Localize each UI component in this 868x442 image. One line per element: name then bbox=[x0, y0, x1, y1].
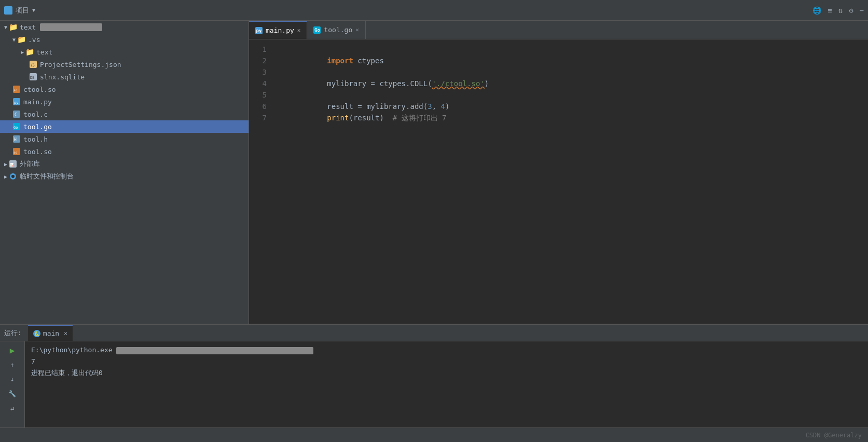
sidebar-item-root-text[interactable]: ▼ 📁 text bbox=[0, 21, 249, 33]
close-paren3: ) bbox=[379, 114, 383, 122]
sidebar-item-label: text bbox=[20, 23, 36, 31]
op-assign: = bbox=[366, 79, 379, 88]
comment-text: # 这将打印出 7 bbox=[384, 114, 447, 122]
output-result: 7 bbox=[31, 357, 35, 365]
svg-text:H: H bbox=[14, 137, 17, 142]
go-tab-icon: Go bbox=[313, 26, 321, 34]
project-label: 项目 bbox=[16, 6, 29, 15]
close-paren: ) bbox=[485, 79, 489, 88]
svg-text:DB: DB bbox=[30, 76, 34, 80]
run-tab-label: main bbox=[43, 329, 59, 337]
sidebar-item-scratch[interactable]: ▶ 临时文件和控制台 bbox=[0, 170, 249, 183]
svg-text:{}: {} bbox=[31, 63, 35, 67]
sidebar-item-label: ProjectSettings.json bbox=[40, 61, 121, 68]
folder-icon: 📁 bbox=[9, 23, 17, 31]
run-tab-icon: 🐍 bbox=[33, 330, 40, 337]
op-assign2: = bbox=[353, 102, 366, 111]
scroll-up-button[interactable]: ↑ bbox=[7, 359, 18, 370]
sidebar-item-tool-c[interactable]: C tool.c bbox=[0, 108, 249, 120]
run-tab-main[interactable]: 🐍 main ✕ bbox=[28, 325, 73, 341]
sidebar-item-label: text bbox=[36, 48, 52, 56]
line-num-6: 6 bbox=[249, 101, 271, 112]
expand-arrow: ▶ bbox=[21, 49, 24, 55]
sidebar-item-project-settings[interactable]: {} ProjectSettings.json bbox=[0, 58, 249, 71]
line-numbers: 1 2 3 4 5 6 7 bbox=[249, 39, 275, 324]
svg-text:so: so bbox=[13, 150, 18, 154]
keyword-import: import bbox=[327, 57, 353, 65]
down-arrow-icon: ↓ bbox=[10, 376, 14, 383]
sidebar-item-external-libs[interactable]: ▶ 📊 外部库 bbox=[0, 158, 249, 170]
expand-arrow: ▼ bbox=[12, 37, 16, 43]
sidebar: ▼ 📁 text ▼ 📁 .vs ▶ 📁 text bbox=[0, 21, 249, 324]
py-file-icon: py bbox=[12, 98, 21, 106]
bottom-content: ▶ ↑ ↓ 🔧 ⇄ E:\python\python.exe 7 bbox=[0, 341, 868, 427]
tab-label: main.py bbox=[266, 26, 294, 34]
expand-arrow: ▼ bbox=[4, 24, 7, 30]
filter-icon[interactable]: ≡ bbox=[828, 6, 832, 15]
run-controls: ▶ ↑ ↓ 🔧 ⇄ bbox=[0, 341, 25, 427]
wrench-button[interactable]: 🔧 bbox=[7, 388, 18, 399]
sidebar-item-label: slnx.sqlite bbox=[40, 73, 85, 81]
svg-text:📊: 📊 bbox=[10, 162, 15, 167]
tabs-bar: py main.py ✕ Go tool.go ✕ bbox=[249, 21, 868, 39]
project-icon bbox=[4, 6, 12, 15]
tab-close-button[interactable]: ✕ bbox=[355, 26, 359, 33]
sidebar-item-label: main.py bbox=[23, 98, 52, 106]
sidebar-item-tool-so[interactable]: so tool.so bbox=[0, 145, 249, 158]
run-label: 运行: bbox=[4, 328, 22, 338]
code-line-1: import ctypes bbox=[283, 44, 868, 55]
code-editor[interactable]: 1 2 3 4 5 6 7 import ctypes mylibrary = … bbox=[249, 39, 868, 324]
play-button[interactable]: ▶ bbox=[7, 344, 18, 356]
svg-text:so: so bbox=[13, 88, 18, 92]
sidebar-item-tool-go[interactable]: Go tool.go bbox=[0, 120, 249, 133]
tab-main-py[interactable]: py main.py ✕ bbox=[249, 21, 307, 39]
module-ctypes: ctypes bbox=[353, 57, 384, 65]
output-path-line: E:\python\python.exe bbox=[31, 344, 862, 356]
sidebar-item-label: tool.c bbox=[23, 111, 48, 118]
var-result: result bbox=[327, 102, 353, 111]
sidebar-item-slnx-sqlite[interactable]: DB slnx.sqlite bbox=[0, 71, 249, 83]
project-section: 项目 ▼ bbox=[4, 6, 129, 15]
sidebar-item-label: .vs bbox=[28, 36, 40, 44]
tab-tool-go[interactable]: Go tool.go ✕ bbox=[307, 21, 365, 39]
folder-icon: 📁 bbox=[17, 35, 25, 44]
folder-icon: 📁 bbox=[25, 48, 34, 56]
up-arrow-icon: ↑ bbox=[10, 361, 14, 368]
sort-icon[interactable]: ⇅ bbox=[838, 6, 843, 15]
sidebar-item-vs[interactable]: ▼ 📁 .vs bbox=[0, 33, 249, 46]
sidebar-item-label: tool.so bbox=[23, 148, 52, 156]
python-path: E:\python\python.exe bbox=[31, 346, 113, 354]
py-tab-icon: py bbox=[255, 27, 263, 34]
globe-icon[interactable]: 🌐 bbox=[812, 6, 821, 15]
tab-close-button[interactable]: ✕ bbox=[297, 27, 301, 34]
svg-point-19 bbox=[11, 175, 15, 178]
project-dropdown-icon[interactable]: ▼ bbox=[32, 7, 35, 13]
main-area: ▼ 📁 text ▼ 📁 .vs ▶ 📁 text bbox=[0, 21, 868, 324]
num-3: 3 bbox=[428, 102, 432, 111]
code-line-5: result = mylibrary.add(3, 4) bbox=[283, 89, 868, 101]
h-file-icon: H bbox=[12, 135, 21, 143]
settings-icon[interactable]: ⚙ bbox=[849, 6, 853, 15]
minimize-icon[interactable]: − bbox=[860, 6, 864, 15]
status-right: CSDN @Generalzy bbox=[806, 432, 862, 439]
extra-icon: ⇄ bbox=[10, 405, 14, 412]
sidebar-item-text-sub[interactable]: ▶ 📁 text bbox=[0, 46, 249, 58]
expand-arrow: ▶ bbox=[4, 174, 7, 179]
string-path: './ctool.so' bbox=[432, 79, 485, 88]
sidebar-item-tool-h[interactable]: H tool.h bbox=[0, 133, 249, 145]
sidebar-item-ctool-so[interactable]: so ctool.so bbox=[0, 83, 249, 95]
db-file-icon: DB bbox=[29, 73, 37, 81]
play-icon: ▶ bbox=[10, 346, 15, 355]
var-result2: result bbox=[353, 114, 380, 122]
sidebar-item-label: tool.go bbox=[23, 123, 52, 131]
sidebar-item-main-py[interactable]: py main.py bbox=[0, 95, 249, 108]
run-tab-close[interactable]: ✕ bbox=[64, 330, 67, 337]
extra-button[interactable]: ⇄ bbox=[7, 403, 18, 414]
num-4: 4 bbox=[440, 102, 445, 111]
code-content[interactable]: import ctypes mylibrary = ctypes.CDLL('.… bbox=[275, 39, 868, 324]
line-num-7: 7 bbox=[249, 112, 271, 123]
scroll-down-button[interactable]: ↓ bbox=[7, 374, 18, 385]
open-paren: ( bbox=[349, 114, 353, 122]
so2-file-icon: so bbox=[12, 147, 21, 156]
line-num-3: 3 bbox=[249, 66, 271, 78]
